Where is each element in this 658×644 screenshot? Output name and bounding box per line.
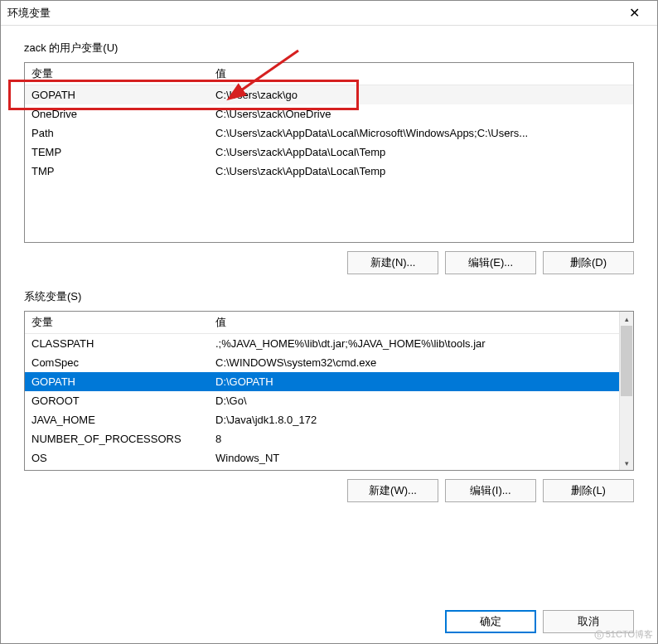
table-row[interactable]: GOPATH D:\GOPATH [25, 372, 619, 391]
cell-val: C:\Users\zack\AppData\Local\Microsoft\Wi… [209, 125, 633, 141]
header-variable[interactable]: 变量 [25, 312, 209, 333]
table-row[interactable]: CLASSPATH .;%JAVA_HOME%\lib\dt.jar;%JAVA… [25, 334, 619, 353]
watermark-icon: b [594, 630, 604, 640]
titlebar: 环境变量 ✕ [1, 1, 657, 26]
new-system-var-button[interactable]: 新建(W)... [347, 479, 438, 502]
table-row[interactable]: TMP C:\Users\zack\AppData\Local\Temp [25, 162, 633, 181]
scroll-track[interactable] [620, 326, 633, 456]
watermark: b 51CTO博客 [594, 628, 653, 641]
cell-var: OS [25, 450, 209, 466]
cell-val: D:\Go\ [209, 393, 619, 409]
scroll-down-icon[interactable]: ▾ [620, 456, 633, 470]
dialog-title: 环境变量 [7, 6, 617, 21]
dialog-content: zack 的用户变量(U) 变量 值 GOPATH C:\Users\zack\… [1, 26, 657, 643]
system-variables-section: 系统变量(S) 变量 值 CLASSPATH .;%JAVA_HOME%\lib… [24, 289, 634, 502]
table-row[interactable]: GOPATH C:\Users\zack\go [25, 85, 633, 104]
cell-var: JAVA_HOME [25, 412, 209, 428]
list-header: 变量 值 [25, 63, 633, 85]
header-variable[interactable]: 变量 [25, 63, 209, 85]
table-row[interactable]: TEMP C:\Users\zack\AppData\Local\Temp [25, 143, 633, 162]
table-row[interactable]: JAVA_HOME D:\Java\jdk1.8.0_172 [25, 410, 619, 429]
cell-val: .;%JAVA_HOME%\lib\dt.jar;%JAVA_HOME%\lib… [209, 336, 619, 351]
cell-val: C:\Users\zack\AppData\Local\Temp [209, 163, 633, 179]
edit-system-var-button[interactable]: 编辑(I)... [445, 479, 536, 502]
list-header: 变量 值 [25, 312, 619, 334]
header-value[interactable]: 值 [209, 63, 633, 85]
close-icon[interactable]: ✕ [617, 2, 651, 25]
cell-val: C:\Users\zack\go [209, 87, 633, 103]
table-row[interactable]: GOROOT D:\Go\ [25, 391, 619, 410]
cell-val: C:\Users\zack\AppData\Local\Temp [209, 144, 633, 160]
cell-var: GOPATH [25, 87, 209, 103]
cell-val: 8 [209, 431, 619, 447]
dialog-footer: 确定 取消 [24, 595, 634, 633]
table-row[interactable]: NUMBER_OF_PROCESSORS 8 [25, 429, 619, 448]
scroll-thumb[interactable] [621, 326, 632, 396]
table-row[interactable]: Path C:\Users\zack\AppData\Local\Microso… [25, 123, 633, 143]
cell-val: D:\Java\jdk1.8.0_172 [209, 412, 619, 428]
svg-text:b: b [598, 632, 602, 639]
user-vars-listbox[interactable]: 变量 值 GOPATH C:\Users\zack\go OneDrive C:… [24, 62, 634, 243]
new-user-var-button[interactable]: 新建(N)... [347, 251, 438, 274]
environment-variables-dialog: 环境变量 ✕ zack 的用户变量(U) 变量 值 GOPATH C:\User… [0, 0, 658, 644]
cell-var: TEMP [25, 144, 209, 160]
user-vars-label: zack 的用户变量(U) [24, 41, 634, 56]
cell-var: NUMBER_OF_PROCESSORS [25, 431, 209, 447]
cell-var: OneDrive [25, 106, 209, 122]
cell-var: GOPATH [25, 374, 209, 390]
system-buttons: 新建(W)... 编辑(I)... 删除(L) [24, 479, 634, 502]
scrollbar[interactable]: ▴ ▾ [619, 312, 633, 470]
cell-val: D:\GOPATH [209, 374, 619, 390]
table-row[interactable]: OS Windows_NT [25, 448, 619, 467]
cell-var: TMP [25, 163, 209, 179]
cell-val: C:\Users\zack\OneDrive [209, 106, 633, 122]
scroll-up-icon[interactable]: ▴ [620, 312, 633, 326]
cell-var: GOROOT [25, 393, 209, 409]
cell-var: ComSpec [25, 355, 209, 370]
ok-button[interactable]: 确定 [445, 610, 536, 633]
table-row[interactable]: OneDrive C:\Users\zack\OneDrive [25, 104, 633, 123]
table-row[interactable]: ComSpec C:\WINDOWS\system32\cmd.exe [25, 353, 619, 372]
system-vars-listbox[interactable]: 变量 值 CLASSPATH .;%JAVA_HOME%\lib\dt.jar;… [24, 311, 634, 471]
cell-var: Path [25, 125, 209, 141]
cell-var: CLASSPATH [25, 336, 209, 351]
cell-val: Windows_NT [209, 450, 619, 466]
header-value[interactable]: 值 [209, 312, 619, 333]
delete-system-var-button[interactable]: 删除(L) [543, 479, 634, 502]
user-buttons: 新建(N)... 编辑(E)... 删除(D) [24, 251, 634, 274]
system-vars-label: 系统变量(S) [24, 289, 634, 304]
edit-user-var-button[interactable]: 编辑(E)... [445, 251, 536, 274]
cell-val: C:\WINDOWS\system32\cmd.exe [209, 355, 619, 370]
delete-user-var-button[interactable]: 删除(D) [543, 251, 634, 274]
user-variables-section: zack 的用户变量(U) 变量 值 GOPATH C:\Users\zack\… [24, 41, 634, 274]
